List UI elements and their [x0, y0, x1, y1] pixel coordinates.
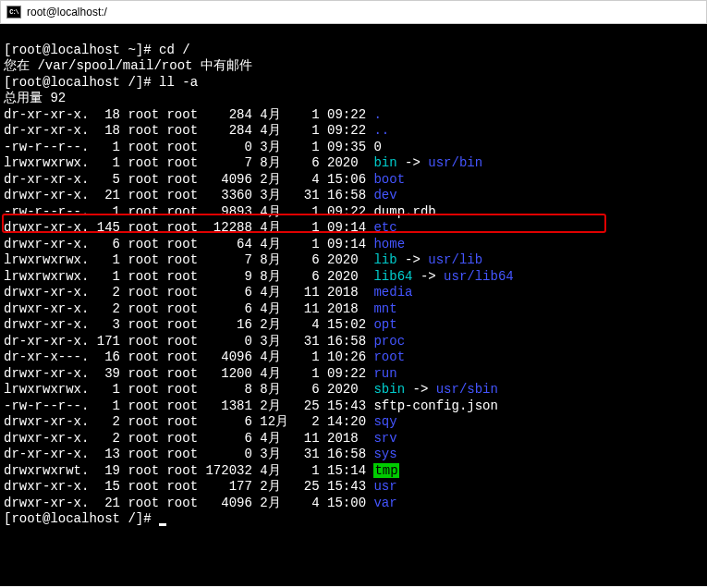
symlink-target: usr/bin	[428, 155, 482, 170]
file-meta: dr-xr-xr-x. 5 root root 4096 2月 4 15:06	[4, 172, 373, 187]
listing-row: lrwxrwxrwx. 1 root root 8 8月 6 2020 sbin…	[4, 382, 703, 398]
file-name: media	[373, 285, 412, 300]
listing-row: -rw-r--r--. 1 root root 0 3月 1 09:35 0	[4, 140, 703, 156]
file-name: dump.rdb	[373, 204, 435, 219]
symlink-arrow: ->	[412, 269, 444, 284]
prompt-line: [root@localhost ~]# cd /	[4, 43, 703, 59]
file-meta: -rw-r--r--. 1 root root 9893 4月 1 09:22	[4, 204, 373, 219]
file-name: usr	[373, 479, 396, 494]
listing-row: dr-xr-xr-x. 5 root root 4096 2月 4 15:06 …	[4, 172, 703, 189]
file-meta: drwxr-xr-x. 21 root root 3360 3月 31 16:5…	[4, 188, 373, 202]
listing-row: lrwxrwxrwx. 1 root root 9 8月 6 2020 lib6…	[4, 269, 703, 286]
shell-prompt: [root@localhost /]#	[4, 511, 159, 526]
file-meta: drwxr-xr-x. 2 root root 6 4月 11 2018	[4, 431, 373, 446]
file-name: ..	[373, 123, 389, 138]
file-meta: dr-xr-xr-x. 171 root root 0 3月 31 16:58	[4, 334, 373, 349]
file-name: root	[373, 349, 405, 364]
file-meta: lrwxrwxrwx. 1 root root 9 8月 6 2020	[4, 269, 373, 284]
file-meta: drwxrwxrwt. 19 root root 172032 4月 1 15:…	[4, 463, 373, 478]
file-meta: dr-xr-xr-x. 18 root root 284 4月 1 09:22	[4, 107, 373, 122]
command-input: cd /	[159, 43, 190, 57]
listing-row: -rw-r--r--. 1 root root 9893 4月 1 09:22 …	[4, 204, 703, 221]
listing-row: drwxr-xr-x. 3 root root 16 2月 4 15:02 op…	[4, 317, 703, 334]
file-name: sys	[373, 447, 396, 461]
file-name: etc	[373, 220, 396, 235]
listing-row: drwxr-xr-x. 6 root root 64 4月 1 09:14 ho…	[4, 237, 703, 253]
listing-row: dr-xr-xr-x. 13 root root 0 3月 31 16:58 s…	[4, 447, 703, 463]
listing-row: drwxr-xr-x. 39 root root 1200 4月 1 09:22…	[4, 366, 703, 383]
file-meta: drwxr-xr-x. 2 root root 6 4月 11 2018	[4, 285, 373, 300]
mail-notice: 您在 /var/spool/mail/root 中有邮件	[4, 58, 703, 75]
file-name: tmp	[373, 463, 398, 478]
file-meta: drwxr-xr-x. 2 root root 6 4月 11 2018	[4, 301, 373, 316]
file-name: sqy	[373, 414, 396, 429]
command-input: ll -a	[159, 75, 198, 90]
file-name: var	[373, 496, 396, 510]
file-meta: drwxr-xr-x. 3 root root 16 2月 4 15:02	[4, 317, 373, 332]
symlink-target: usr/lib	[428, 252, 482, 267]
file-name: dev	[373, 188, 396, 202]
file-name: mnt	[373, 301, 396, 316]
file-name: lib	[373, 252, 396, 267]
total-line: 总用量 92	[4, 91, 703, 107]
prompt-line: [root@localhost /]# ll -a	[4, 75, 703, 92]
listing-row: dr-xr-xr-x. 18 root root 284 4月 1 09:22 …	[4, 107, 703, 124]
shell-prompt: [root@localhost /]#	[4, 75, 159, 90]
file-meta: drwxr-xr-x. 145 root root 12288 4月 1 09:…	[4, 220, 373, 235]
symlink-arrow: ->	[405, 382, 436, 397]
file-name: sftp-config.json	[373, 398, 497, 413]
listing-row: drwxr-xr-x. 2 root root 6 4月 11 2018 med…	[4, 285, 703, 301]
file-name: boot	[373, 172, 405, 187]
file-name: lib64	[373, 269, 412, 284]
prompt-line: [root@localhost /]#	[4, 511, 703, 528]
terminal-output[interactable]: [root@localhost ~]# cd /您在 /var/spool/ma…	[0, 24, 707, 586]
symlink-target: usr/lib64	[444, 269, 514, 284]
terminal-icon: C:\	[6, 6, 21, 18]
window-title-bar: C:\ root@localhost:/	[0, 0, 707, 24]
listing-row: drwxr-xr-x. 145 root root 12288 4月 1 09:…	[4, 220, 703, 237]
file-meta: drwxr-xr-x. 6 root root 64 4月 1 09:14	[4, 237, 373, 251]
listing-row: drwxr-xr-x. 2 root root 6 12月 2 14:20 sq…	[4, 414, 703, 431]
file-meta: drwxr-xr-x. 39 root root 1200 4月 1 09:22	[4, 366, 373, 381]
listing-row: dr-xr-xr-x. 171 root root 0 3月 31 16:58 …	[4, 334, 703, 350]
listing-row: drwxr-xr-x. 21 root root 3360 3月 31 16:5…	[4, 188, 703, 204]
file-name: 0	[373, 140, 381, 154]
listing-row: drwxr-xr-x. 21 root root 4096 2月 4 15:00…	[4, 496, 703, 512]
symlink-arrow: ->	[397, 252, 429, 267]
listing-row: drwxr-xr-x. 2 root root 6 4月 11 2018 srv	[4, 431, 703, 447]
listing-row: dr-xr-xr-x. 18 root root 284 4月 1 09:22 …	[4, 123, 703, 140]
file-meta: dr-xr-xr-x. 13 root root 0 3月 31 16:58	[4, 447, 373, 461]
window-title: root@localhost:/	[27, 6, 107, 18]
cursor	[159, 523, 166, 526]
listing-row: drwxr-xr-x. 15 root root 177 2月 25 15:43…	[4, 479, 703, 496]
file-meta: -rw-r--r--. 1 root root 1381 2月 25 15:43	[4, 398, 373, 413]
file-name: opt	[373, 317, 396, 332]
file-name: proc	[373, 334, 405, 349]
file-meta: drwxr-xr-x. 2 root root 6 12月 2 14:20	[4, 414, 373, 429]
shell-prompt: [root@localhost ~]#	[4, 43, 159, 57]
listing-row: drwxr-xr-x. 2 root root 6 4月 11 2018 mnt	[4, 301, 703, 318]
file-meta: -rw-r--r--. 1 root root 0 3月 1 09:35	[4, 140, 373, 154]
file-name: home	[373, 237, 405, 251]
file-meta: lrwxrwxrwx. 1 root root 8 8月 6 2020	[4, 382, 373, 397]
file-meta: drwxr-xr-x. 21 root root 4096 2月 4 15:00	[4, 496, 373, 510]
file-meta: lrwxrwxrwx. 1 root root 7 8月 6 2020	[4, 252, 373, 267]
symlink-target: usr/sbin	[436, 382, 498, 397]
listing-row: dr-xr-x---. 16 root root 4096 4月 1 10:26…	[4, 349, 703, 366]
file-meta: dr-xr-xr-x. 18 root root 284 4月 1 09:22	[4, 123, 373, 138]
file-name: bin	[373, 155, 396, 170]
file-name: .	[373, 107, 381, 122]
file-name: run	[373, 366, 396, 381]
file-meta: drwxr-xr-x. 15 root root 177 2月 25 15:43	[4, 479, 373, 494]
listing-row: -rw-r--r--. 1 root root 1381 2月 25 15:43…	[4, 398, 703, 415]
file-meta: lrwxrwxrwx. 1 root root 7 8月 6 2020	[4, 155, 373, 170]
listing-row: drwxrwxrwt. 19 root root 172032 4月 1 15:…	[4, 463, 703, 480]
file-name: sbin	[373, 382, 405, 397]
file-meta: dr-xr-x---. 16 root root 4096 4月 1 10:26	[4, 349, 373, 364]
symlink-arrow: ->	[397, 155, 429, 170]
listing-row: lrwxrwxrwx. 1 root root 7 8月 6 2020 lib …	[4, 252, 703, 269]
file-name: srv	[373, 431, 396, 446]
listing-row: lrwxrwxrwx. 1 root root 7 8月 6 2020 bin …	[4, 155, 703, 172]
